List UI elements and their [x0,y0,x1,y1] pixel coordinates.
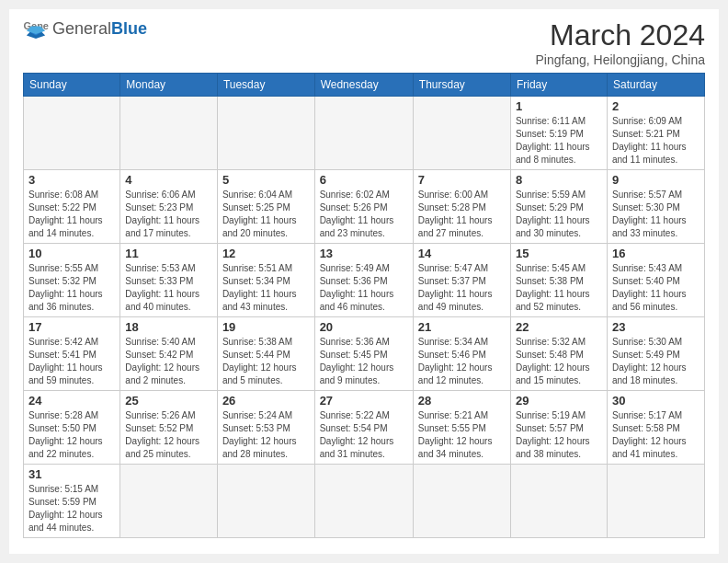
day-info: Sunrise: 5:15 AM Sunset: 5:59 PM Dayligh… [28,483,115,534]
day-info: Sunrise: 6:02 AM Sunset: 5:26 PM Dayligh… [320,189,408,240]
table-row [120,97,218,170]
day-info: Sunrise: 5:26 AM Sunset: 5:52 PM Dayligh… [125,409,212,461]
table-row: 11Sunrise: 5:53 AM Sunset: 5:33 PM Dayli… [120,244,218,317]
day-number: 21 [418,320,506,334]
day-info: Sunrise: 5:38 AM Sunset: 5:44 PM Dayligh… [222,336,310,387]
calendar-subtitle: Pingfang, Heilongjiang, China [536,52,705,67]
day-number: 18 [125,320,212,334]
table-row: 18Sunrise: 5:40 AM Sunset: 5:42 PM Dayli… [120,317,218,391]
table-row [608,465,705,538]
table-row: 29Sunrise: 5:19 AM Sunset: 5:57 PM Dayli… [510,391,607,465]
day-info: Sunrise: 5:28 AM Sunset: 5:50 PM Dayligh… [28,409,115,461]
day-number: 28 [418,394,506,408]
table-row: 5Sunrise: 6:04 AM Sunset: 5:25 PM Daylig… [217,170,314,244]
day-number: 6 [320,173,408,187]
day-info: Sunrise: 6:09 AM Sunset: 5:21 PM Dayligh… [612,115,700,167]
table-row [510,465,607,538]
day-info: Sunrise: 5:17 AM Sunset: 5:58 PM Dayligh… [612,409,700,461]
day-info: Sunrise: 5:36 AM Sunset: 5:45 PM Dayligh… [320,336,408,387]
table-row: 22Sunrise: 5:32 AM Sunset: 5:48 PM Dayli… [510,317,607,391]
table-row: 27Sunrise: 5:22 AM Sunset: 5:54 PM Dayli… [314,391,413,465]
table-row: 3Sunrise: 6:08 AM Sunset: 5:22 PM Daylig… [24,170,120,244]
day-number: 27 [320,394,408,408]
day-number: 19 [222,320,310,334]
col-wednesday: Wednesday [314,74,413,97]
day-number: 4 [125,173,212,187]
calendar-title: March 2024 [536,18,705,52]
day-info: Sunrise: 5:47 AM Sunset: 5:37 PM Dayligh… [418,262,506,314]
day-info: Sunrise: 5:30 AM Sunset: 5:49 PM Dayligh… [612,336,700,387]
table-row [217,465,314,538]
day-number: 8 [516,173,602,187]
day-info: Sunrise: 5:32 AM Sunset: 5:48 PM Dayligh… [516,336,602,387]
day-number: 9 [612,173,700,187]
calendar-week-row: 31Sunrise: 5:15 AM Sunset: 5:59 PM Dayli… [24,465,705,538]
col-sunday: Sunday [24,74,120,97]
day-number: 3 [28,173,115,187]
table-row: 17Sunrise: 5:42 AM Sunset: 5:41 PM Dayli… [24,317,120,391]
table-row: 2Sunrise: 6:09 AM Sunset: 5:21 PM Daylig… [608,97,705,170]
day-info: Sunrise: 5:53 AM Sunset: 5:33 PM Dayligh… [125,262,212,314]
logo: General GeneralBlue [23,18,147,39]
day-info: Sunrise: 5:59 AM Sunset: 5:29 PM Dayligh… [516,189,602,240]
table-row: 25Sunrise: 5:26 AM Sunset: 5:52 PM Dayli… [120,391,218,465]
col-thursday: Thursday [413,74,510,97]
day-info: Sunrise: 6:00 AM Sunset: 5:28 PM Dayligh… [418,189,506,240]
table-row [314,97,413,170]
calendar-week-row: 1Sunrise: 6:11 AM Sunset: 5:19 PM Daylig… [24,97,705,170]
calendar-week-row: 24Sunrise: 5:28 AM Sunset: 5:50 PM Dayli… [24,391,705,465]
day-info: Sunrise: 5:21 AM Sunset: 5:55 PM Dayligh… [418,409,506,461]
day-info: Sunrise: 6:08 AM Sunset: 5:22 PM Dayligh… [28,189,115,240]
day-number: 7 [418,173,506,187]
day-number: 31 [28,467,115,481]
day-number: 16 [612,247,700,260]
day-number: 30 [612,394,700,408]
day-info: Sunrise: 5:40 AM Sunset: 5:42 PM Dayligh… [125,336,212,387]
table-row: 10Sunrise: 5:55 AM Sunset: 5:32 PM Dayli… [24,244,120,317]
day-info: Sunrise: 6:04 AM Sunset: 5:25 PM Dayligh… [222,189,310,240]
table-row: 24Sunrise: 5:28 AM Sunset: 5:50 PM Dayli… [24,391,120,465]
table-row: 4Sunrise: 6:06 AM Sunset: 5:23 PM Daylig… [120,170,218,244]
col-monday: Monday [120,74,218,97]
day-number: 13 [320,247,408,260]
table-row: 19Sunrise: 5:38 AM Sunset: 5:44 PM Dayli… [217,317,314,391]
day-number: 15 [516,247,602,260]
day-info: Sunrise: 5:49 AM Sunset: 5:36 PM Dayligh… [320,262,408,314]
table-row [120,465,218,538]
logo-blue-text: Blue [111,19,147,38]
table-row: 15Sunrise: 5:45 AM Sunset: 5:38 PM Dayli… [510,244,607,317]
day-info: Sunrise: 5:19 AM Sunset: 5:57 PM Dayligh… [516,409,602,461]
day-number: 22 [516,320,602,334]
day-info: Sunrise: 5:24 AM Sunset: 5:53 PM Dayligh… [222,409,310,461]
day-number: 26 [222,394,310,408]
day-number: 24 [28,394,115,408]
table-row [314,465,413,538]
day-number: 17 [28,320,115,334]
table-row [413,97,510,170]
logo-text: GeneralBlue [52,20,147,37]
day-number: 25 [125,394,212,408]
day-info: Sunrise: 5:55 AM Sunset: 5:32 PM Dayligh… [28,262,115,314]
day-number: 14 [418,247,506,260]
title-area: March 2024 Pingfang, Heilongjiang, China [536,18,705,67]
calendar-header-row: Sunday Monday Tuesday Wednesday Thursday… [24,74,705,97]
col-tuesday: Tuesday [217,74,314,97]
table-row: 9Sunrise: 5:57 AM Sunset: 5:30 PM Daylig… [608,170,705,244]
table-row: 28Sunrise: 5:21 AM Sunset: 5:55 PM Dayli… [413,391,510,465]
col-friday: Friday [510,74,607,97]
day-info: Sunrise: 5:22 AM Sunset: 5:54 PM Dayligh… [320,409,408,461]
table-row: 21Sunrise: 5:34 AM Sunset: 5:46 PM Dayli… [413,317,510,391]
day-number: 12 [222,247,310,260]
table-row: 6Sunrise: 6:02 AM Sunset: 5:26 PM Daylig… [314,170,413,244]
table-row: 1Sunrise: 6:11 AM Sunset: 5:19 PM Daylig… [510,97,607,170]
day-number: 5 [222,173,310,187]
col-saturday: Saturday [608,74,705,97]
calendar-page: General GeneralBlue March 2024 Pingfang,… [9,9,719,554]
table-row: 14Sunrise: 5:47 AM Sunset: 5:37 PM Dayli… [413,244,510,317]
table-row [413,465,510,538]
day-number: 23 [612,320,700,334]
table-row: 23Sunrise: 5:30 AM Sunset: 5:49 PM Dayli… [608,317,705,391]
day-info: Sunrise: 5:42 AM Sunset: 5:41 PM Dayligh… [28,336,115,387]
day-info: Sunrise: 6:06 AM Sunset: 5:23 PM Dayligh… [125,189,212,240]
day-number: 2 [612,99,700,113]
